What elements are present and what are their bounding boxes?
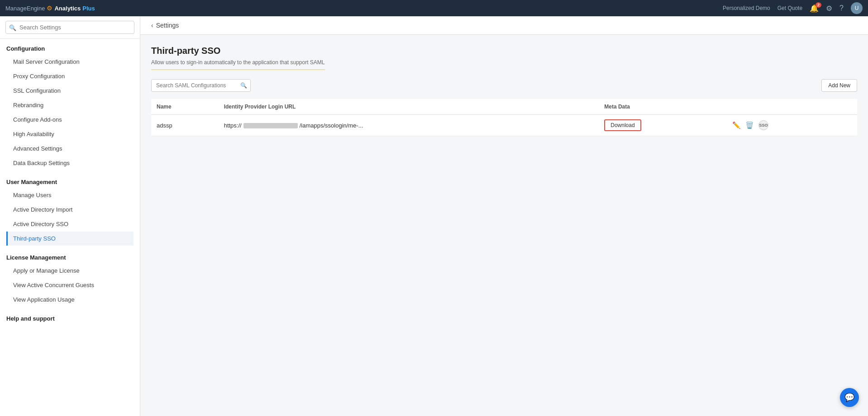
search-settings-wrap: 🔍 [0,16,140,39]
main-content: ‹ Settings Third-party SSO Allow users t… [140,16,868,416]
sidebar-item-addons[interactable]: Configure Add-ons [6,113,134,127]
sidebar-item-concurrent-guests[interactable]: View Active Concurrent Guests [6,278,134,292]
url-blurred-segment [243,123,298,128]
user-avatar[interactable]: U [851,2,863,14]
download-button[interactable]: Download [604,119,641,131]
table-row: adssp https:///iamapps/ssologin/me-... D… [151,115,857,136]
user-management-section-title: User Management [6,179,134,185]
row-name: adssp [151,115,219,136]
brand-logo: ManageEngine ⚙ Analytics Plus [5,5,95,12]
notifications-button[interactable]: 🔔 2 [810,4,819,13]
sidebar-item-ssl[interactable]: SSL Configuration [6,84,134,98]
chat-fab-button[interactable]: 💬 [840,388,859,407]
row-actions: ✏️ 🗑️ SSO [720,115,857,136]
personalized-demo-link[interactable]: Personalized Demo [723,5,770,11]
brand-manage: ManageEngine [5,5,45,12]
top-navigation: ManageEngine ⚙ Analytics Plus Personaliz… [0,0,868,16]
breadcrumb-settings-label[interactable]: Settings [156,22,179,29]
add-new-button[interactable]: Add New [821,79,857,92]
search-settings-input[interactable] [5,21,134,34]
sidebar-item-advanced-settings[interactable]: Advanced Settings [6,142,134,156]
url-suffix: /iamapps/ssologin/me-... [300,122,363,129]
sidebar-item-high-availability[interactable]: High Availability [6,127,134,141]
help-icon-button[interactable]: ? [839,4,844,12]
sidebar-item-mail-server[interactable]: Mail Server Configuration [6,55,134,69]
sidebar-item-app-usage[interactable]: View Application Usage [6,293,134,307]
sidebar-item-ad-sso[interactable]: Active Directory SSO [6,217,134,231]
edit-icon[interactable]: ✏️ [732,121,741,129]
sidebar-item-data-backup[interactable]: Data Backup Settings [6,156,134,170]
sidebar: 🔍 Configuration Mail Server Configuratio… [0,16,140,416]
url-prefix: https:// [224,122,242,129]
brand-gear-icon: ⚙ [47,5,52,12]
configuration-section: Configuration Mail Server Configuration … [0,39,140,172]
sidebar-item-third-party-sso[interactable]: Third-party SSO [6,232,134,246]
sso-badge-button[interactable]: SSO [758,120,768,130]
back-arrow-icon[interactable]: ‹ [151,22,153,29]
brand-analytics: Analytics [54,5,81,12]
content-body: Third-party SSO Allow users to sign-in a… [140,35,868,416]
license-management-section-title: License Management [6,254,134,261]
row-idp-url: https:///iamapps/ssologin/me-... [219,115,599,136]
brand-plus: Plus [82,5,95,12]
col-name-header: Name [151,99,219,115]
col-idp-url-header: Identity Provider Login URL [219,99,599,115]
saml-table: Name Identity Provider Login URL Meta Da… [151,99,857,136]
sidebar-item-proxy[interactable]: Proxy Configuration [6,69,134,83]
help-support-section: Help and support [0,309,140,326]
search-settings-icon: 🔍 [9,24,16,31]
saml-toolbar: 🔍 Add New [151,79,857,92]
configuration-section-title: Configuration [6,45,134,52]
chat-fab-icon: 💬 [844,392,854,402]
saml-search-wrap: 🔍 [151,79,251,92]
main-layout: 🔍 Configuration Mail Server Configuratio… [0,16,868,416]
row-metadata: Download [599,115,720,136]
sidebar-item-manage-users[interactable]: Manage Users [6,188,134,202]
saml-search-icon: 🔍 [240,82,247,89]
sidebar-item-rebranding[interactable]: Rebranding [6,98,134,112]
notification-badge: 2 [816,2,821,8]
license-management-section: License Management Apply or Manage Licen… [0,248,140,309]
page-title: Third-party SSO [151,46,857,56]
settings-icon-button[interactable]: ⚙ [826,4,832,13]
sidebar-item-apply-license[interactable]: Apply or Manage License [6,264,134,278]
action-icons: ✏️ 🗑️ SSO [732,120,852,130]
col-metadata-header: Meta Data [599,99,720,115]
delete-icon[interactable]: 🗑️ [745,121,754,129]
content-header: ‹ Settings [140,16,868,35]
get-quote-link[interactable]: Get Quote [777,5,802,11]
help-support-section-title: Help and support [6,315,134,322]
topnav-right: Personalized Demo Get Quote 🔔 2 ⚙ ? U [723,2,863,14]
sidebar-item-ad-import[interactable]: Active Directory Import [6,203,134,217]
saml-search-input[interactable] [151,79,251,92]
page-subtitle: Allow users to sign-in automatically to … [151,59,325,70]
user-management-section: User Management Manage Users Active Dire… [0,172,140,248]
col-actions-header [720,99,857,115]
